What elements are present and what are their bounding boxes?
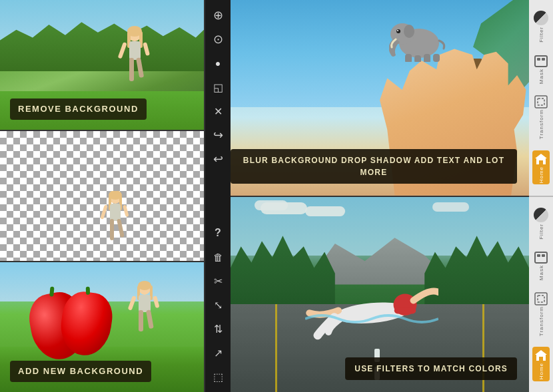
flip-tool[interactable]: ⇅ [208,319,228,339]
filter-label: USE FILTERS TO MATCH COLORS [345,357,517,380]
mask-svg-bottom [534,250,548,265]
mask-icon-bottom[interactable]: Mask [534,250,548,280]
home-icon-top[interactable]: Home [532,150,550,184]
zoom-in-button[interactable]: ⊕ [208,5,228,25]
top-side-section: Filter Mask Transform Home [529,0,553,197]
svg-rect-45 [535,252,547,263]
svg-rect-48 [535,293,547,305]
delete-button[interactable]: 🗑 [208,247,228,267]
svg-rect-7 [117,42,127,59]
svg-rect-8 [143,42,150,56]
transparent-slot [0,131,204,262]
svg-rect-34 [424,54,430,62]
svg-rect-6 [136,57,144,78]
svg-rect-49 [538,295,544,302]
elephant-figure [389,15,449,62]
svg-rect-33 [414,55,421,62]
pepper-stem-1 [49,287,54,297]
mask-label-top: Mask [538,69,544,84]
mask-svg-top [534,54,548,69]
scissors-tool[interactable]: ✂ [208,271,228,291]
svg-rect-5 [129,58,134,81]
close-button[interactable]: ✕ [208,101,228,121]
add-bg-label: ADD NEW BACKGROUND [10,361,151,382]
transform-icon-bottom[interactable]: Transform [534,292,548,336]
share-button[interactable]: ↗ [208,343,228,363]
circle-tool[interactable]: ● [208,53,228,73]
home-svg-bottom [534,348,548,363]
svg-rect-32 [405,54,412,62]
remove-background-slot: REMOVE BACKGROUND [0,0,204,131]
bottom-side-section: Filter Mask Transform Home [529,197,553,393]
filter-circle-icon [534,11,548,25]
filter-label-top: Filter [538,27,544,43]
svg-rect-46 [537,254,540,257]
transform-label-top: Transform [538,109,544,139]
home-svg-top [534,152,548,166]
svg-rect-47 [542,254,545,257]
toolbar: ⊕ ⊙ ● ◱ ✕ ↪ ↩ ? 🗑 ✂ ⤡ ⇅ ↗ ⬚ [205,0,231,392]
svg-point-29 [404,25,414,38]
blur-bg-label: BLUR BACKGROUND DROP SHADOW ADD TEXT AND… [231,149,517,184]
svg-rect-44 [539,160,543,164]
svg-rect-4 [129,41,141,60]
zoom-out-button[interactable]: ⊙ [208,29,228,49]
elephant-slot: BLUR BACKGROUND DROP SHADOW ADD TEXT AND… [231,0,529,197]
girl-cutout-figure [99,191,132,258]
mask-label-bottom: Mask [538,265,544,280]
remove-bg-label: REMOVE BACKGROUND [10,98,147,120]
svg-rect-39 [535,56,547,67]
redo-button[interactable]: ↪ [208,125,228,145]
svg-rect-40 [537,58,540,61]
svg-rect-15 [117,218,125,238]
svg-rect-25 [127,295,136,310]
svg-rect-24 [146,309,154,329]
home-label-top: Home [538,166,544,183]
svg-rect-50 [539,357,543,361]
svg-rect-38 [394,307,416,314]
home-icon-bottom[interactable]: Home [532,347,550,381]
undo-button[interactable]: ↩ [208,149,228,169]
svg-rect-22 [139,295,151,312]
svg-rect-16 [100,204,108,219]
copy-button[interactable]: ⬚ [208,367,228,387]
svg-point-31 [397,30,398,31]
svg-rect-13 [110,204,121,221]
swimmer-figure [305,269,438,349]
filter-label-bottom: Filter [538,224,544,240]
right-panel: BLUR BACKGROUND DROP SHADOW ADD TEXT AND… [231,0,529,392]
svg-point-30 [396,29,400,33]
left-panel: REMOVE BACKGROUND [0,0,205,392]
swimmer-slot: USE FILTERS TO MATCH COLORS [231,197,529,393]
svg-rect-14 [110,219,114,240]
transform-label-bottom: Transform [538,306,544,336]
crop-tool[interactable]: ◱ [208,77,228,97]
svg-rect-23 [139,310,143,331]
svg-rect-35 [433,54,440,62]
svg-rect-43 [538,98,544,105]
transform-svg-top [534,95,548,109]
help-button[interactable]: ? [208,223,228,243]
transform-svg-bottom [534,292,548,306]
mask-icon-top[interactable]: Mask [534,54,548,84]
svg-rect-41 [542,58,545,61]
svg-rect-42 [535,96,547,108]
transform-icon-top[interactable]: Transform [534,95,548,139]
svg-rect-26 [153,295,159,308]
filter-icon-top[interactable]: Filter [534,11,548,43]
girl-figure-top [117,26,153,99]
filter-circle-icon-bottom [534,208,548,222]
girl-grass-figure [127,280,163,353]
right-side-panel: Filter Mask Transform Home [529,0,553,392]
home-label-bottom: Home [538,363,544,379]
resize-tool[interactable]: ⤡ [208,295,228,315]
svg-rect-17 [123,204,129,217]
filter-icon-bottom[interactable]: Filter [534,208,548,240]
pepper-stem-2 [86,287,90,295]
add-background-slot: ADD NEW BACKGROUND [0,262,204,392]
checkered-background [0,131,204,261]
